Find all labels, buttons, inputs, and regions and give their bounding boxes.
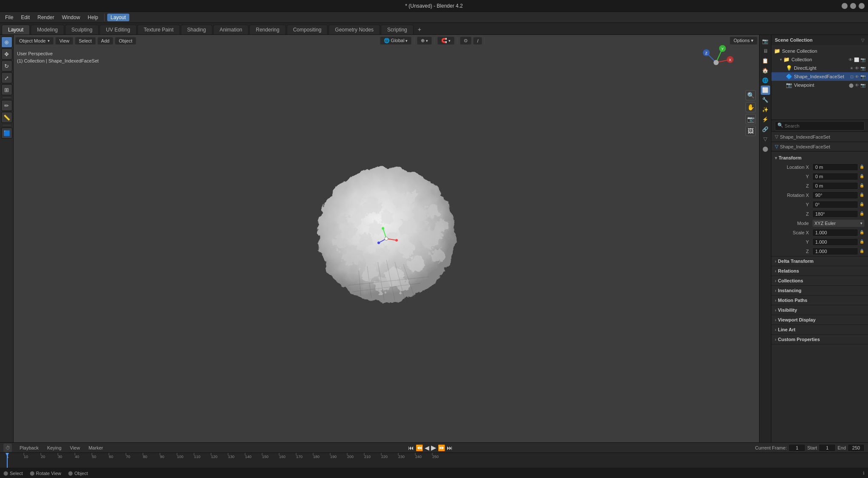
maximize-button[interactable]	[850, 3, 856, 9]
object-menu-btn[interactable]: Object	[115, 37, 136, 45]
move-tool[interactable]: ✥	[1, 48, 12, 60]
constraints-icon[interactable]: 🔗	[761, 125, 770, 134]
add-tool[interactable]: 🟦	[1, 128, 12, 139]
path-btn[interactable]: /	[473, 37, 482, 45]
scene-properties-icon[interactable]: 🏠	[761, 66, 770, 75]
timeline-editor-icon[interactable]: ⏱	[3, 444, 12, 452]
play-button[interactable]: ▶	[431, 444, 436, 452]
start-frame-field[interactable]: 1	[819, 444, 836, 452]
material-icon[interactable]: ⬤	[761, 144, 770, 154]
location-y-field[interactable]: 0 m	[812, 173, 858, 180]
tab-modeling[interactable]: Modeling	[31, 25, 64, 34]
cursor-tool[interactable]: ⊕	[1, 37, 12, 48]
keying-menu[interactable]: Keying	[45, 445, 64, 451]
playhead[interactable]	[7, 453, 8, 468]
visibility-header[interactable]: › Visibility	[771, 305, 868, 315]
eye-icon[interactable]: 👁	[855, 74, 859, 79]
location-x-field[interactable]: 0 m	[812, 163, 858, 171]
lock-x-icon[interactable]: 🔒	[859, 165, 865, 170]
jump-end-button[interactable]: ⏭	[447, 444, 453, 451]
menu-file[interactable]: File	[2, 14, 17, 21]
playback-menu[interactable]: Playback	[17, 445, 41, 451]
tab-animation[interactable]: Animation	[213, 25, 248, 34]
view-layer-icon[interactable]: 📋	[761, 56, 770, 65]
minimize-button[interactable]	[842, 3, 848, 9]
viewport-gizmo[interactable]: X Y Z	[697, 43, 735, 82]
rotation-mode-dropdown[interactable]: XYZ Euler ▾	[812, 219, 865, 227]
outliner-item-shape[interactable]: 🔷 Shape_IndexedFaceSet ⊡ 👁 📷	[771, 72, 868, 81]
view-menu[interactable]: View	[67, 445, 83, 451]
tab-scripting[interactable]: Scripting	[381, 25, 414, 34]
marker-menu[interactable]: Marker	[86, 445, 106, 451]
add-object-btn[interactable]: Add	[97, 37, 114, 45]
funnel-icon[interactable]: ⊡	[850, 74, 854, 79]
snap-btn[interactable]: 🧲 ▾	[437, 37, 454, 45]
reverse-play-button[interactable]: ◀	[425, 444, 429, 451]
viewport-show-btn[interactable]: View	[55, 37, 73, 45]
rot-lock-x-icon[interactable]: 🔒	[859, 193, 865, 198]
object-properties-icon[interactable]: ⬜	[761, 85, 770, 95]
menu-help[interactable]: Help	[84, 14, 102, 21]
tab-shading[interactable]: Shading	[181, 25, 212, 34]
add-workspace-button[interactable]: +	[414, 24, 425, 34]
render-properties-icon[interactable]: 📷	[761, 37, 770, 46]
viewport-3d[interactable]: Object Mode ▾ View Select Add Object 🌐 G…	[14, 35, 759, 442]
output-properties-icon[interactable]: 🖥	[761, 46, 770, 56]
global-transform-btn[interactable]: 🌐 Global ▾	[380, 37, 412, 45]
hand-pan-button[interactable]: ✋	[745, 102, 756, 112]
menu-layout[interactable]: Layout	[107, 14, 129, 21]
relations-header[interactable]: › Relations	[771, 266, 868, 276]
menu-window[interactable]: Window	[58, 14, 83, 21]
custom-properties-header[interactable]: › Custom Properties	[771, 335, 868, 344]
scale-lock-y-icon[interactable]: 🔒	[859, 239, 865, 245]
menu-edit[interactable]: Edit	[17, 14, 33, 21]
rot-lock-z-icon[interactable]: 🔒	[859, 211, 865, 216]
scale-lock-x-icon[interactable]: 🔒	[859, 230, 865, 235]
collections-header[interactable]: › Collections	[771, 276, 868, 285]
lock-z-icon[interactable]: 🔒	[859, 183, 865, 188]
location-z-field[interactable]: 0 m	[812, 182, 858, 190]
viewport-display-header[interactable]: › Viewport Display	[771, 315, 868, 324]
timeline-ruler-area[interactable]: 1 10 20 30 40 50 60 70 80 90 1	[0, 453, 868, 468]
outliner-item-viewpoint[interactable]: 📷 Viewpoint ⬤ 👁 📷	[771, 81, 868, 89]
end-frame-field[interactable]: 250	[848, 444, 865, 452]
modifier-icon[interactable]: 🔧	[761, 95, 770, 105]
tab-layout[interactable]: Layout	[2, 25, 30, 34]
line-art-header[interactable]: › Line Art	[771, 325, 868, 334]
select-mode-btn[interactable]: Select	[75, 37, 96, 45]
transform-tool[interactable]: ⊞	[1, 84, 12, 95]
instancing-header[interactable]: › Instancing	[771, 286, 868, 295]
tab-rendering[interactable]: Rendering	[249, 25, 286, 34]
menu-render[interactable]: Render	[34, 14, 57, 21]
rotation-z-field[interactable]: 180°	[812, 210, 858, 218]
render-toggle-button[interactable]: 🖼	[745, 126, 756, 136]
scale-y-field[interactable]: 1.000	[812, 238, 858, 246]
outliner-filter-btn[interactable]: ▽	[861, 38, 865, 43]
object-data-icon[interactable]: ▽	[761, 134, 770, 144]
properties-search-input[interactable]	[775, 121, 865, 131]
tab-texture-paint[interactable]: Texture Paint	[137, 25, 180, 34]
cam-icon[interactable]: 📷	[860, 74, 865, 79]
outliner-item-directlight[interactable]: 💡 DirectLight ☀ 👁 📷	[771, 64, 868, 72]
motion-paths-header[interactable]: › Motion Paths	[771, 296, 868, 305]
tab-uv-editing[interactable]: UV Editing	[100, 25, 137, 34]
current-frame-field[interactable]: 1	[788, 444, 805, 452]
annotate-tool[interactable]: ✏	[1, 100, 12, 111]
next-frame-button[interactable]: ⏩	[438, 444, 445, 451]
outliner-item-collection[interactable]: ▾ 📁 Collection 👁 ⬜ 📷	[771, 55, 868, 64]
visibility-eye-icon[interactable]: 👁	[848, 57, 853, 62]
options-btn[interactable]: Options ▾	[730, 37, 757, 45]
transform-pivot-btn[interactable]: ⊕ ▾	[417, 37, 432, 45]
scale-tool[interactable]: ⤢	[1, 72, 12, 83]
world-properties-icon[interactable]: 🌐	[761, 76, 770, 85]
scale-z-field[interactable]: 1.000	[812, 248, 858, 255]
lock-y-icon[interactable]: 🔒	[859, 174, 865, 179]
particles-icon[interactable]: ✨	[761, 105, 770, 114]
viewport-display-icon[interactable]: ⬜	[854, 57, 859, 62]
tab-sculpting[interactable]: Sculpting	[65, 25, 99, 34]
rotate-tool[interactable]: ↻	[1, 60, 12, 71]
transform-section-header[interactable]: ▾ Transform	[771, 153, 868, 162]
delta-transform-header[interactable]: › Delta Transform	[771, 256, 868, 266]
tab-geometry-nodes[interactable]: Geometry Nodes	[328, 25, 380, 34]
jump-start-button[interactable]: ⏮	[408, 444, 414, 451]
